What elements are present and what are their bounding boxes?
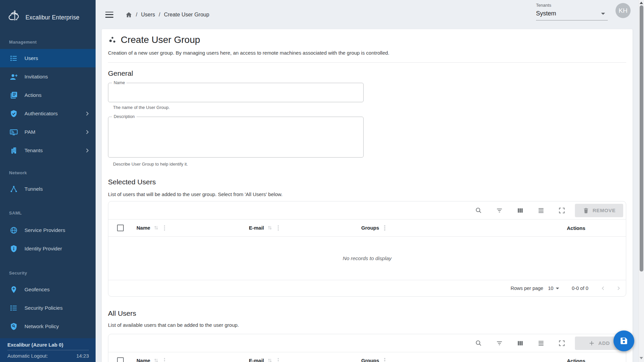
sidebar-item-service-providers[interactable]: Service Providers: [0, 221, 96, 239]
column-menu-icon[interactable]: [383, 224, 386, 231]
sort-icon[interactable]: [153, 358, 159, 362]
sidebar-item-tenants[interactable]: Tenants: [0, 141, 96, 160]
description-field-label: Description: [112, 114, 137, 119]
sidebar-item-label: Tenants: [24, 147, 43, 154]
list-icon: [10, 304, 18, 312]
sort-icon[interactable]: [267, 225, 273, 231]
fullscreen-icon[interactable]: [551, 201, 572, 219]
column-header-groups: Groups: [361, 357, 474, 362]
sidebar-section-security: Security: [9, 270, 96, 276]
all-users-subtitle: List of available users that can be adde…: [108, 322, 626, 328]
search-icon[interactable]: [468, 201, 489, 219]
sidebar-item-authenticators[interactable]: Authenticators: [0, 104, 96, 123]
page-subtitle: Creation of a new user group. By managin…: [108, 50, 626, 56]
description-field-helper: Describe User Group to help identify it.: [113, 162, 626, 167]
shield-search-icon: [10, 322, 18, 330]
main-area: / Users / Create User Group Tenants Syst…: [96, 0, 644, 362]
current-tenant-label: Excalibur (Azure Lab 0): [7, 342, 89, 348]
previous-page-icon[interactable]: [600, 286, 606, 291]
page-title: Create User Group: [121, 35, 200, 45]
select-all-checkbox[interactable]: [117, 225, 124, 231]
menu-toggle-button[interactable]: [105, 12, 113, 18]
hub-icon: [10, 185, 18, 193]
tenants-select-label: Tenants: [536, 3, 608, 8]
scroll-up-arrow-icon[interactable]: [640, 2, 643, 4]
description-input[interactable]: [108, 117, 364, 158]
sidebar-item-tunnels[interactable]: Tunnels: [0, 180, 96, 198]
select-all-checkbox[interactable]: [117, 357, 124, 362]
column-header-name: Name: [137, 357, 249, 362]
sidebar-item-geofences[interactable]: Geofences: [0, 280, 96, 299]
sidebar-footer: Excalibur (Azure Lab 0) Automatic Logout…: [0, 338, 96, 362]
selected-users-subtitle: List of users that will be added to the …: [108, 191, 626, 197]
sidebar-item-users[interactable]: Users: [0, 49, 96, 67]
search-icon[interactable]: [468, 334, 489, 352]
column-header-email: E-mail: [249, 357, 361, 362]
sidebar-item-label: Tunnels: [24, 186, 43, 192]
breadcrumb-current: Create User Group: [164, 12, 209, 18]
columns-icon[interactable]: [510, 334, 531, 352]
fullscreen-icon[interactable]: [551, 334, 572, 352]
chevron-right-icon: [84, 129, 90, 135]
sort-icon[interactable]: [153, 225, 159, 231]
sort-icon[interactable]: [267, 358, 273, 362]
column-menu-icon[interactable]: [163, 224, 166, 231]
column-menu-icon[interactable]: [277, 357, 280, 362]
density-icon[interactable]: [531, 334, 551, 352]
pin-plus-icon: [10, 286, 18, 294]
selected-users-header-row: Name E-mail Groups Actions: [108, 219, 626, 237]
filter-icon[interactable]: [489, 201, 510, 219]
columns-icon[interactable]: [510, 201, 531, 219]
sidebar-item-invitations[interactable]: Invitations: [0, 67, 96, 86]
excalibur-logo-icon: [7, 9, 23, 25]
caret-down-icon: [601, 13, 605, 15]
all-users-table: ADD Name E-mail: [108, 334, 626, 362]
column-menu-icon[interactable]: [383, 357, 386, 362]
sidebar: Excalibur Enterprise Management Users In…: [0, 0, 96, 362]
save-fab-button[interactable]: [613, 330, 634, 351]
scroll-down-arrow-icon[interactable]: [640, 357, 643, 359]
app-root: Excalibur Enterprise Management Users In…: [0, 0, 644, 362]
remove-button[interactable]: REMOVE: [575, 204, 623, 217]
sidebar-item-label: Identity Provider: [24, 246, 62, 252]
auto-logout-time: 14:23: [76, 353, 89, 359]
rows-per-page-select[interactable]: 10: [548, 286, 559, 291]
list-icon: [10, 54, 18, 62]
user-avatar[interactable]: KH: [615, 3, 631, 18]
remove-button-label: REMOVE: [593, 207, 616, 213]
breadcrumb-separator: /: [159, 12, 160, 18]
column-header-actions: Actions: [474, 225, 626, 231]
name-input[interactable]: [108, 83, 364, 102]
caret-down-icon: [556, 288, 559, 289]
chevron-right-icon: [84, 147, 90, 154]
sidebar-section-saml: SAML: [9, 210, 96, 216]
column-menu-icon[interactable]: [277, 224, 280, 231]
breadcrumb: / Users / Create User Group: [125, 11, 209, 18]
topbar: / Users / Create User Group Tenants Syst…: [96, 0, 644, 29]
sidebar-item-pam[interactable]: PAM: [0, 123, 96, 141]
home-icon[interactable]: [125, 11, 132, 18]
page-scrollbar[interactable]: [638, 0, 644, 362]
scrollbar-thumb[interactable]: [640, 5, 643, 272]
sidebar-item-security-policies[interactable]: Security Policies: [0, 299, 96, 317]
globe-icon: [10, 226, 18, 234]
next-page-icon[interactable]: [616, 286, 621, 291]
sidebar-item-actions[interactable]: Actions: [0, 86, 96, 104]
tenants-select[interactable]: Tenants System: [536, 3, 608, 20]
sidebar-item-label: Users: [24, 55, 38, 61]
breadcrumb-users[interactable]: Users: [141, 12, 155, 18]
sidebar-item-network-policy[interactable]: Network Policy: [0, 317, 96, 336]
sidebar-item-identity-provider[interactable]: Identity Provider: [0, 239, 96, 258]
all-users-heading: All Users: [108, 309, 626, 317]
sidebar-item-label: Geofences: [24, 287, 50, 293]
description-field-group: Description: [108, 117, 364, 159]
column-menu-icon[interactable]: [163, 357, 166, 362]
trash-icon: [583, 207, 589, 214]
filter-icon[interactable]: [489, 334, 510, 352]
section-divider: [108, 62, 626, 63]
shield-info-icon: [10, 245, 18, 253]
selected-users-pagination: Rows per page 10 0-0 of 0: [108, 280, 626, 296]
sidebar-item-label: Service Providers: [24, 227, 65, 233]
plus-icon: [588, 340, 595, 347]
density-icon[interactable]: [531, 201, 551, 219]
